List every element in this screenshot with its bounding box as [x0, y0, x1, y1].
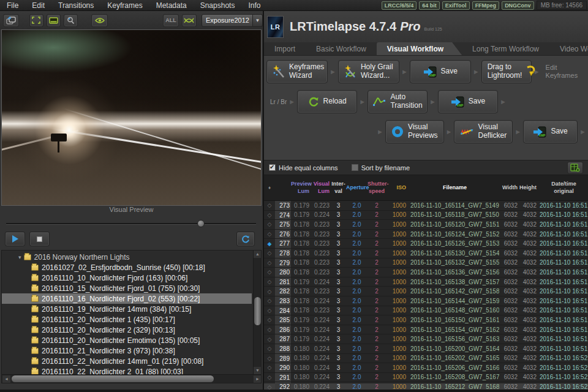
table-row[interactable]: ◇2880.1800.22432.0210002016-11-10_165200… — [264, 344, 588, 354]
col-header-visual-lum[interactable]: Visual Lum — [311, 181, 331, 195]
col-header-interval[interactable]: Inter- val — [331, 181, 346, 195]
visual-previews-button[interactable]: Visual Previews — [385, 120, 444, 143]
folder-item[interactable]: 20161110_16_Nordlichter Fjord_02 (553) [… — [2, 293, 252, 304]
table-row[interactable]: ◇2750.1780.22332.0210002016-11-10_165120… — [264, 220, 588, 230]
table-row[interactable]: ◇2830.1780.22432.0210002016-11-10_165144… — [264, 296, 588, 306]
folder-vscrollbar[interactable]: ▲ ▼ — [253, 251, 261, 374]
scroll-down-icon[interactable]: ▼ — [254, 367, 262, 374]
menu-metadata[interactable]: Metadata — [149, 0, 194, 11]
folder-item[interactable]: 20161110_15_Nordlichter Fjord_01 (755) [… — [2, 283, 252, 293]
preset-value[interactable]: Exposure2012 — [202, 14, 253, 27]
preview-panel-button[interactable] — [47, 14, 61, 27]
col-header-preview-lum[interactable]: Preview Lum — [291, 181, 311, 195]
keyframe-diamond[interactable]: ◇ — [264, 279, 275, 285]
table-row[interactable]: ◇2740.1790.22432.0210002016-11-10_165118… — [264, 211, 588, 221]
keyframe-diamond[interactable]: ◇ — [264, 317, 275, 323]
keyframe-diamond-selected[interactable]: ◆ — [264, 241, 275, 247]
folder-item[interactable]: 20161110_20_Nordlichter 2 (329) [00:13] — [2, 325, 252, 335]
slider-track[interactable] — [6, 223, 256, 224]
table-row[interactable]: ◇2840.1780.22332.0210002016-11-10_165148… — [264, 306, 588, 316]
zoom-preview-button[interactable] — [64, 14, 78, 27]
save-button-3[interactable]: XMP Save — [523, 120, 578, 143]
folder-item[interactable]: 20161110_21_Nordlichter 3 (973) [00:38] — [2, 345, 252, 356]
sort-by-filename-checkbox[interactable] — [352, 164, 358, 171]
holy-grail-wizard-button[interactable]: Holy Grail Wizard... — [338, 60, 399, 83]
hscroll-thumb[interactable] — [12, 375, 214, 382]
folder-root[interactable]: ▾ 2016 Norway Northern Lights — [2, 252, 252, 262]
col-header-aperture[interactable]: Aperture — [346, 184, 368, 191]
table-row[interactable]: ◆2770.1780.22332.0210002016-11-10_165126… — [264, 239, 588, 249]
menu-transitions[interactable]: Transitions — [51, 0, 100, 11]
reload-button[interactable]: Reload — [297, 90, 357, 113]
tab-video-workflow[interactable]: Video Workflow — [549, 42, 588, 55]
preview-position-slider[interactable] — [6, 219, 256, 228]
keyframe-diamond-header[interactable]: ♦ — [264, 185, 275, 191]
folder-item[interactable]: 20161110_10_Nordlichter Fjord (163) [00:… — [2, 273, 252, 283]
table-row[interactable]: ◇2780.1780.22332.0210002016-11-10_165130… — [264, 249, 588, 258]
menu-keyframes[interactable]: Keyframes — [100, 0, 149, 11]
tab-import[interactable]: Import — [264, 42, 306, 55]
table-row[interactable]: ◇2910.1800.22432.0210002016-11-10_165208… — [264, 373, 588, 383]
table-row[interactable]: ◇2800.1780.22332.0210002016-11-10_165136… — [264, 268, 588, 277]
col-header-iso[interactable]: ISO — [386, 184, 407, 191]
tab-visual-workflow[interactable]: Visual Workflow — [377, 42, 462, 55]
keyframe-diamond[interactable]: ◇ — [264, 298, 275, 304]
save-button-1[interactable]: XMP Save — [410, 60, 471, 83]
save-button-2[interactable]: XMP Save — [438, 90, 498, 113]
keyframe-diamond[interactable]: ◇ — [264, 374, 275, 380]
stop-button[interactable] — [29, 232, 50, 246]
all-filter-button[interactable]: ALL — [163, 14, 179, 27]
menu-edit[interactable]: Edit — [25, 0, 51, 11]
hide-equal-columns-checkbox[interactable] — [269, 164, 276, 171]
auto-transition-button[interactable]: Auto Transition — [368, 90, 428, 113]
sort-by-filename-label[interactable]: Sort by filename — [361, 164, 410, 172]
menu-file[interactable]: File — [0, 0, 25, 11]
play-button[interactable] — [5, 232, 25, 246]
keyframe-diamond[interactable]: ◇ — [264, 212, 275, 218]
table-columns-button[interactable] — [567, 162, 583, 174]
table-row[interactable]: ◇2730.1790.22332.0210002016-11-10_165114… — [264, 201, 588, 211]
folder-item[interactable]: 20161110_19_Nordlichter 14mm (384) [00:1… — [2, 304, 252, 314]
menu-info[interactable]: Info — [241, 0, 267, 11]
fullscreen-button[interactable] — [29, 14, 43, 27]
table-row[interactable]: ◇2820.1780.22332.0210002016-11-10_165142… — [264, 287, 588, 296]
visual-preview-image[interactable] — [1, 29, 262, 206]
folder-item[interactable]: 20161110_20_Nordlichter Emotimo (135) [0… — [2, 335, 252, 345]
keyframe-diamond[interactable]: ◇ — [264, 336, 275, 342]
keyframe-diamond[interactable]: ◇ — [264, 221, 275, 227]
toggle-preview-button[interactable] — [91, 14, 108, 27]
table-row[interactable]: ◇2860.1790.22432.0210002016-11-10_165154… — [264, 325, 588, 335]
scroll-right-icon[interactable]: ► — [254, 375, 262, 383]
folder-item[interactable]: 20161027_02_Ersfjordbodn_Sunrise (450) [… — [2, 262, 252, 273]
table-row[interactable]: ◇2850.1790.22432.0210002016-11-10_165150… — [264, 315, 588, 325]
preset-dropdown[interactable]: Exposure2012 ▼ — [202, 14, 263, 27]
table-row[interactable]: ◇2870.1790.22432.0210002016-11-10_165156… — [264, 334, 588, 344]
keyframe-diamond[interactable]: ◇ — [264, 355, 275, 361]
folder-item[interactable]: 20161110_20_Nordlichter 1 (435) [00:17] — [2, 314, 252, 325]
curves-toggle-button[interactable] — [182, 14, 197, 27]
col-header-height[interactable]: Height — [518, 184, 537, 191]
col-header-filename[interactable]: Filename — [407, 184, 499, 191]
folder-hscrollbar[interactable]: ◄ ► — [2, 374, 262, 383]
folder-item[interactable]: 20161110_22_Nordlichter 14mm_01 (219) [0… — [2, 356, 252, 366]
scroll-left-icon[interactable]: ◄ — [2, 375, 10, 383]
compare-views-button[interactable] — [3, 14, 19, 27]
keyframe-diamond[interactable]: ◇ — [264, 364, 275, 371]
tab-basic-workflow[interactable]: Basic Workflow — [306, 42, 377, 55]
col-header-shutter[interactable]: Shutter- speed — [368, 181, 386, 195]
keyframe-diamond[interactable]: ◇ — [264, 260, 275, 266]
table-row[interactable]: ◇2760.1780.22332.0210002016-11-10_165124… — [264, 230, 588, 239]
table-row[interactable]: ◇2890.1800.22432.0210002016-11-10_165202… — [264, 354, 588, 364]
tab-long-term-workflow[interactable]: Long Term Workflow — [462, 42, 549, 55]
menu-snapshots[interactable]: Snapshots — [194, 0, 242, 11]
drag-to-lightroom-button[interactable]: Drag to Lightroom! — [481, 60, 532, 83]
keyframe-diamond[interactable]: ◇ — [264, 250, 275, 256]
table-row[interactable]: ◇2810.1790.22432.0210002016-11-10_165138… — [264, 277, 588, 287]
keyframe-diamond[interactable]: ◇ — [264, 269, 275, 275]
caret-down-icon[interactable]: ▾ — [18, 254, 21, 260]
keyframes-wizard-button[interactable]: Keyframes Wizard — [266, 60, 328, 83]
col-header-width[interactable]: Width — [499, 184, 518, 191]
hide-equal-columns-label[interactable]: Hide equal columns — [279, 164, 338, 172]
slider-handle[interactable] — [197, 220, 205, 227]
keyframe-diamond[interactable]: ◇ — [264, 345, 275, 352]
